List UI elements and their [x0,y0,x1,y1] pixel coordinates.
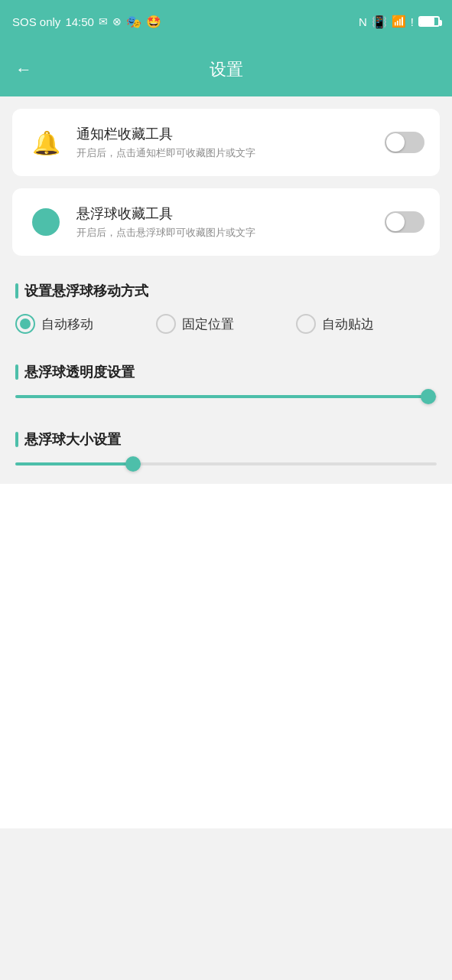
emoji-icon: 🤩 [146,15,161,29]
radio-option-auto-move[interactable]: 自动移动 [15,314,156,334]
radio-circle-snap [296,314,316,334]
notification-tool-text: 通知栏收藏工具 开启后，点击通知栏即可收藏图片或文字 [76,125,372,160]
battery-icon [418,16,440,27]
transparency-slider-thumb[interactable] [421,389,436,404]
transparency-slider-fill [15,395,428,398]
status-right: N 📳 📶 ! [359,15,440,29]
size-section-title: 悬浮球大小设置 [24,430,121,449]
bottom-area [0,484,452,828]
float-ball-tool-card: 悬浮球收藏工具 开启后，点击悬浮球即可收藏图片或文字 [12,188,440,256]
float-ball-toggle-wrap [385,211,424,233]
notification-tool-title: 通知栏收藏工具 [76,125,372,143]
status-bar: SOS only 14:50 ✉ ⊗ 🎭 🤩 N 📳 📶 ! [0,0,452,43]
move-section-bar [15,283,18,299]
size-slider-track [15,462,437,466]
wifi-icon: 📶 [392,15,406,28]
time-text: 14:50 [65,15,94,28]
size-slider-fill [15,462,133,466]
float-ball-toggle-knob [386,213,405,231]
radio-option-snap[interactable]: 自动贴边 [296,314,437,334]
move-options: 自动移动 固定位置 自动贴边 [0,311,452,349]
radio-option-fixed[interactable]: 固定位置 [156,314,297,334]
content-area: 🔔 通知栏收藏工具 开启后，点击通知栏即可收藏图片或文字 悬浮球收藏工具 开启后… [0,96,452,841]
transparency-slider-section [0,392,452,416]
transparency-section-bar [15,364,18,380]
signal-icon: ! [411,15,414,28]
radio-label-fixed: 固定位置 [182,315,234,333]
size-section-header: 悬浮球大小设置 [0,416,452,459]
transparency-section-title: 悬浮球透明度设置 [24,363,135,381]
float-ball-toggle[interactable] [385,211,424,233]
move-section-title: 设置悬浮球移动方式 [24,282,148,300]
float-ball-tool-title: 悬浮球收藏工具 [76,204,372,223]
mask-icon: 🎭 [126,15,141,29]
float-ball-tool-desc: 开启后，点击悬浮球即可收藏图片或文字 [76,226,372,240]
float-ball-icon-wrap [28,204,64,240]
notification-toggle-knob [386,133,405,152]
vibrate-icon: 📳 [372,15,387,29]
transparency-section-header: 悬浮球透明度设置 [0,349,452,392]
radio-label-snap: 自动贴边 [322,315,374,333]
notification-icon-wrap: 🔔 [28,124,64,161]
radio-circle-fixed [156,314,176,334]
header: ← 设置 [0,43,452,96]
size-section-bar [15,432,18,447]
float-ball-icon [32,208,60,236]
bell-icon: 🔔 [32,129,60,156]
float-ball-tool-text: 悬浮球收藏工具 开启后，点击悬浮球即可收藏图片或文字 [76,204,372,240]
back-button[interactable]: ← [15,60,32,80]
size-slider-thumb[interactable] [125,456,141,472]
move-section-header: 设置悬浮球移动方式 [0,268,452,311]
carrier-text: SOS only [12,15,60,28]
radio-label-auto-move: 自动移动 [41,315,93,333]
block-icon: ⊗ [112,15,122,28]
notification-tool-card: 🔔 通知栏收藏工具 开启后，点击通知栏即可收藏图片或文字 [12,109,440,176]
radio-dot-auto-move [20,318,31,329]
size-slider-section [0,459,452,484]
page-title: 设置 [210,58,243,81]
notification-toggle[interactable] [385,132,424,153]
notification-tool-desc: 开启后，点击通知栏即可收藏图片或文字 [76,146,372,160]
notification-toggle-wrap [385,132,424,153]
radio-circle-auto-move [15,314,35,334]
nfc-icon: N [359,15,367,28]
email-icon: ✉ [99,15,108,28]
status-left: SOS only 14:50 ✉ ⊗ 🎭 🤩 [12,15,161,29]
transparency-slider-track [15,395,437,398]
